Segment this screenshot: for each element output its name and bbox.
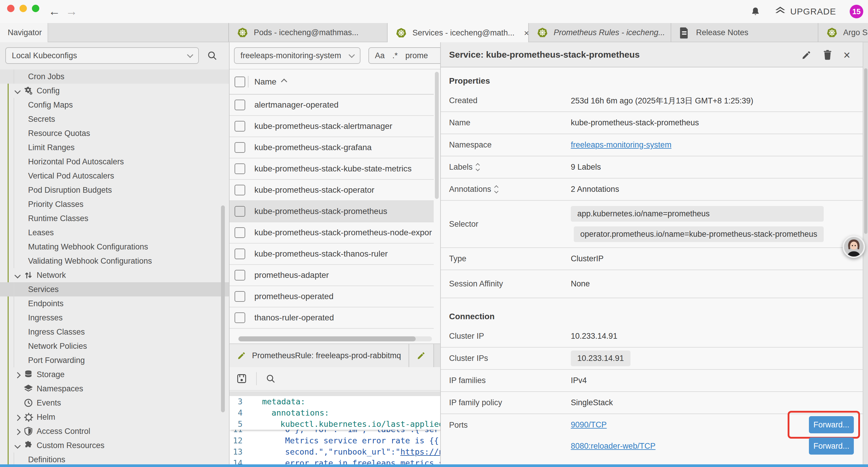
port-link[interactable]: 8080:reloader-web/TCP xyxy=(571,442,656,451)
minimize-window-button[interactable] xyxy=(20,5,27,12)
save-icon[interactable] xyxy=(236,373,247,384)
sidebar-item[interactable]: Definitions xyxy=(0,453,229,465)
row-checkbox[interactable] xyxy=(235,227,245,238)
upgrade-button[interactable]: UPGRADE xyxy=(774,6,836,17)
editor-search-icon[interactable] xyxy=(266,374,276,384)
document-tab[interactable]: Pods - icecheng@mathmas... xyxy=(229,23,388,42)
tab-navigator[interactable]: Navigator xyxy=(0,23,48,42)
close-tab-icon[interactable]: × xyxy=(524,28,529,38)
row-checkbox[interactable] xyxy=(235,99,245,110)
select-all-checkbox[interactable] xyxy=(235,77,245,87)
edit-pencil-icon[interactable] xyxy=(802,50,812,60)
table-row[interactable]: thanos-ruler-operated xyxy=(229,308,440,329)
search-input[interactable]: Aa .* prome xyxy=(368,47,440,64)
yaml-editor[interactable]: 3 metadata: 4 annotations: 5 kubectl.kub… xyxy=(229,396,440,465)
row-checkbox[interactable] xyxy=(235,121,245,132)
name-column-header[interactable]: Name xyxy=(254,77,277,87)
sidebar-item[interactable]: Validating Webhook Configurations xyxy=(0,254,229,268)
row-checkbox[interactable] xyxy=(235,313,245,323)
table-row[interactable]: kube-prometheus-stack-thanos-ruler xyxy=(229,243,440,265)
match-case-toggle[interactable]: Aa xyxy=(375,51,385,60)
sidebar-item[interactable]: Helm xyxy=(0,410,229,424)
sidebar-item[interactable]: Services xyxy=(0,282,229,296)
close-window-button[interactable] xyxy=(7,5,14,12)
row-checkbox[interactable] xyxy=(235,249,245,259)
sidebar-item[interactable]: Network Policies xyxy=(0,339,229,353)
row-checkbox[interactable] xyxy=(235,270,245,281)
table-header[interactable]: Name xyxy=(229,69,440,95)
table-row[interactable]: kube-prometheus-stack-kube-state-metrics xyxy=(229,158,440,180)
port-link[interactable]: 9090/TCP xyxy=(571,420,607,430)
sidebar-item[interactable]: Network xyxy=(0,268,229,282)
user-avatar[interactable] xyxy=(843,236,865,258)
namespace-link[interactable]: freeleaps-monitoring-system xyxy=(571,140,672,149)
table-row[interactable]: kube-prometheus-stack-operator xyxy=(229,180,440,201)
sidebar-item[interactable]: Events xyxy=(0,396,229,410)
code-line: 3 metadata: xyxy=(229,396,440,407)
delete-trash-icon[interactable] xyxy=(823,50,832,60)
sidebar-item[interactable]: Runtime Classes xyxy=(0,211,229,226)
namespace-select[interactable]: freeleaps-monitoring-system xyxy=(234,47,361,64)
sidebar-item[interactable]: Cron Jobs xyxy=(0,69,229,84)
code-link[interactable]: https://net xyxy=(400,447,440,456)
property-label: Cluster IP xyxy=(449,332,484,341)
editor-toolbar xyxy=(229,367,440,391)
row-checkbox[interactable] xyxy=(235,164,245,174)
sidebar-item[interactable]: Ingresses xyxy=(0,311,229,325)
regex-toggle[interactable]: .* xyxy=(392,51,398,60)
sidebar-item[interactable]: Ingress Classes xyxy=(0,325,229,339)
sidebar-item[interactable]: Access Control xyxy=(0,424,229,438)
sidebar-item[interactable]: Limit Ranges xyxy=(0,140,229,154)
document-tab[interactable]: Services - icecheng@math... × xyxy=(388,23,529,43)
property-value: ClusterIP xyxy=(571,254,603,263)
sidebar-item[interactable]: Priority Classes xyxy=(0,197,229,211)
navigator-search-icon[interactable] xyxy=(207,50,217,61)
editor-tab-next[interactable] xyxy=(409,344,434,367)
table-row[interactable]: prometheus-adapter xyxy=(229,265,440,286)
table-row[interactable]: kube-prometheus-stack-prometheus xyxy=(229,201,440,222)
editor-tab-prometheusrule[interactable]: PrometheusRule: freeleaps-prod-rabbitmq xyxy=(229,344,409,367)
table-row[interactable]: kube-prometheus-stack-prometheus-node-ex… xyxy=(229,222,440,243)
sidebar-item[interactable]: Resource Quotas xyxy=(0,126,229,140)
table-row[interactable]: alertmanager-operated xyxy=(229,95,440,116)
back-arrow-icon[interactable]: ← xyxy=(49,2,60,20)
table-row[interactable]: prometheus-operated xyxy=(229,286,440,308)
forward-button[interactable]: Forward... xyxy=(809,437,854,455)
notification-count-badge[interactable]: 15 xyxy=(850,5,863,18)
document-tab[interactable]: Release Notes xyxy=(671,23,818,42)
document-tab[interactable]: Argo Se xyxy=(818,23,868,42)
navigator-scrollbar[interactable] xyxy=(221,205,225,412)
table-row[interactable]: kube-prometheus-stack-alertmanager xyxy=(229,116,440,137)
kubeconfig-select[interactable]: Local Kubeconfigs xyxy=(5,47,199,64)
forward-arrow-icon[interactable]: → xyxy=(66,2,78,20)
document-tab[interactable]: Prometheus Rules - icecheng... xyxy=(529,23,671,42)
notifications-bell-icon[interactable] xyxy=(750,6,761,17)
sidebar-item[interactable]: Horizontal Pod Autoscalers xyxy=(0,154,229,169)
close-details-icon[interactable]: × xyxy=(843,49,850,61)
sidebar-item[interactable]: Pod Disruption Budgets xyxy=(0,183,229,197)
zoom-window-button[interactable] xyxy=(32,5,39,12)
forward-button[interactable]: Forward... xyxy=(809,416,854,433)
expand-collapse-icon[interactable] xyxy=(476,164,479,171)
row-checkbox[interactable] xyxy=(235,185,245,195)
row-checkbox[interactable] xyxy=(235,206,245,217)
sidebar-item[interactable]: Secrets xyxy=(0,112,229,126)
sidebar-item[interactable]: Custom Resources xyxy=(0,438,229,453)
sidebar-item[interactable]: Leases xyxy=(0,226,229,240)
sidebar-item[interactable]: Namespaces xyxy=(0,382,229,396)
table-horizontal-scrollbar[interactable] xyxy=(239,337,432,341)
sidebar-item[interactable]: Vertical Pod Autoscalers xyxy=(0,169,229,183)
sidebar-item[interactable]: Storage xyxy=(0,368,229,382)
sort-ascending-icon[interactable] xyxy=(281,79,287,85)
expand-collapse-icon[interactable] xyxy=(495,186,498,193)
sidebar-item[interactable]: Port Forwarding xyxy=(0,353,229,368)
details-scrollbar[interactable] xyxy=(863,42,868,465)
row-checkbox[interactable] xyxy=(235,142,245,153)
sidebar-item[interactable]: Endpoints xyxy=(0,296,229,311)
row-checkbox[interactable] xyxy=(235,291,245,302)
table-scrollbar[interactable] xyxy=(434,69,440,335)
sidebar-item[interactable]: Config xyxy=(0,84,229,98)
table-row[interactable]: kube-prometheus-stack-grafana xyxy=(229,137,440,158)
sidebar-item[interactable]: Config Maps xyxy=(0,98,229,112)
sidebar-item[interactable]: Mutating Webhook Configurations xyxy=(0,240,229,254)
